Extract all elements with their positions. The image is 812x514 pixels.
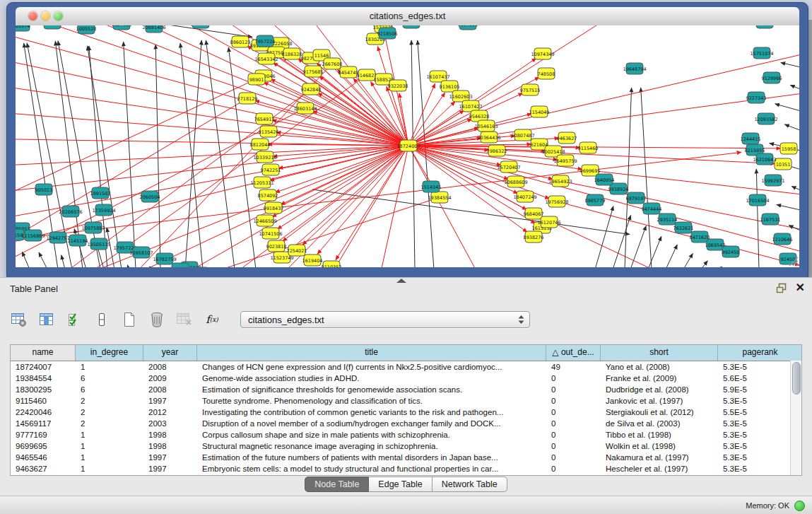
graph-node[interactable]: 9322038 xyxy=(388,80,408,91)
graph-node[interactable]: 9684067 xyxy=(524,208,544,219)
column-header-out_degree[interactable]: △ out_de... xyxy=(546,345,601,361)
graph-node[interactable]: 9918437 xyxy=(264,202,284,214)
graph-node[interactable]: 9218506 xyxy=(377,28,398,39)
graph-node[interactable]: 10958107 xyxy=(129,247,153,258)
table-row[interactable]: 1830029562008Estimation of significance … xyxy=(11,384,801,395)
graph-node[interactable]: 8186328 xyxy=(282,48,302,59)
graph-node[interactable]: 2667608 xyxy=(322,58,343,69)
graph-node[interactable]: 1954603 xyxy=(458,25,478,30)
column-header-year[interactable]: year xyxy=(143,345,197,361)
graph-node[interactable]: 20364436 xyxy=(477,132,500,143)
scrollbar-thumb[interactable] xyxy=(792,362,801,395)
graph-node[interactable]: 1640954 xyxy=(594,174,615,185)
graph-node[interactable]: 12093582 xyxy=(754,113,777,124)
column-header-title[interactable]: title xyxy=(197,345,546,361)
graph-node[interactable]: 8812044 xyxy=(250,139,271,150)
graph-node[interactable]: 9135426 xyxy=(259,126,279,137)
graph-node[interactable]: 9757515 xyxy=(520,84,541,95)
graph-node[interactable]: 7632621 xyxy=(673,222,694,233)
graph-node[interactable]: 20691406 xyxy=(142,25,165,33)
graph-node[interactable]: 7986322 xyxy=(487,145,507,156)
graph-node[interactable]: 17016504 xyxy=(746,194,769,206)
float-window-icon[interactable] xyxy=(776,283,787,293)
table-vertical-scrollbar[interactable] xyxy=(790,361,801,475)
graph-node[interactable]: 10546163 xyxy=(474,120,498,132)
graph-node[interactable]: 18724007 xyxy=(396,140,420,151)
column-header-in_degree[interactable]: in_degree xyxy=(76,345,143,361)
graph-node[interactable]: 1244415 xyxy=(741,133,761,144)
delete-table-icon[interactable] xyxy=(175,310,194,329)
function-builder-icon[interactable]: f(x) xyxy=(203,310,221,329)
graph-node[interactable]: 992450 xyxy=(722,246,740,257)
table-selector-dropdown[interactable]: citations_edges.txt xyxy=(240,311,530,328)
table-row[interactable]: 1872400712008Changes of HCN gene express… xyxy=(11,361,801,373)
graph-node[interactable]: 1154049 xyxy=(529,106,550,117)
new-table-icon[interactable] xyxy=(120,310,139,329)
graph-node[interactable]: 8813054 xyxy=(401,25,422,28)
row-select-icon[interactable] xyxy=(65,310,83,329)
graph-node[interactable]: 19384554 xyxy=(428,192,451,203)
graph-node[interactable]: 2935114 xyxy=(657,214,678,225)
graph-node[interactable]: 15992971 xyxy=(761,175,784,186)
graph-node[interactable]: 1005528 xyxy=(76,25,97,34)
graph-node[interactable]: 10807487 xyxy=(511,129,534,141)
row-height-icon[interactable] xyxy=(93,310,111,329)
tab-edge-table[interactable]: Edge Table xyxy=(369,477,432,492)
graph-node[interactable]: 15958 xyxy=(780,143,797,154)
graph-node[interactable]: 12466509 xyxy=(253,215,276,226)
column-header-short[interactable]: short xyxy=(601,345,718,361)
graph-node[interactable]: 9129966 xyxy=(762,72,782,83)
graph-node[interactable]: 6879197 xyxy=(626,192,647,204)
splitter-collapse-icon[interactable] xyxy=(396,279,406,283)
graph-node[interactable]: 8110352 xyxy=(322,261,342,267)
graph-node[interactable]: 9227343 xyxy=(746,92,767,103)
graph-node[interactable]: 11156869 xyxy=(21,230,45,241)
graph-node[interactable]: 9474444 xyxy=(642,203,662,214)
tab-network-table[interactable]: Network Table xyxy=(433,477,507,492)
resize-grip-icon[interactable] xyxy=(787,255,799,267)
graph-node[interactable]: 16210643 xyxy=(753,153,776,165)
table-row[interactable]: 946362711997Embryonic stem cells: a mode… xyxy=(11,463,801,474)
graph-node[interactable]: 1891503 xyxy=(90,187,111,199)
graph-node[interactable]: 2718129 xyxy=(237,93,258,104)
graph-node[interactable]: 15751074 xyxy=(750,47,773,59)
graph-node[interactable]: 1619404 xyxy=(302,255,323,266)
graph-node[interactable]: 8985779 xyxy=(585,194,606,206)
graph-node[interactable]: 19654923 xyxy=(548,175,572,187)
graph-node[interactable]: 10688609 xyxy=(504,176,527,187)
graph-node[interactable]: 7654913 xyxy=(254,113,275,124)
graph-node[interactable]: 905013 xyxy=(35,184,53,195)
graph-node[interactable]: 8860123 xyxy=(230,36,251,47)
graph-node[interactable]: 10975887 xyxy=(81,222,105,233)
graph-node[interactable]: 98901 xyxy=(248,74,265,85)
graph-node[interactable]: 16543342 xyxy=(254,53,278,64)
graph-node[interactable]: 748508 xyxy=(538,68,555,79)
graph-node[interactable]: 16782759 xyxy=(153,253,176,264)
network-canvas[interactable]: 1872400788601238912954182260589827507818… xyxy=(16,25,799,267)
graph-node[interactable]: 18603144 xyxy=(293,103,317,114)
graph-node[interactable]: 11172 xyxy=(756,25,773,28)
delete-entries-icon[interactable] xyxy=(148,310,166,329)
graph-node[interactable]: 19756928 xyxy=(545,196,568,207)
window-titlebar[interactable]: citations_edges.txt xyxy=(16,7,799,26)
graph-node[interactable]: 1167531 xyxy=(760,214,781,225)
graph-node[interactable]: 9242848 xyxy=(301,83,322,95)
graph-node[interactable]: 1913649 xyxy=(191,25,211,28)
graph-node[interactable]: 9023818 xyxy=(266,240,287,252)
graph-node[interactable]: 2055317 xyxy=(42,25,63,29)
close-panel-icon[interactable]: ✕ xyxy=(796,282,805,293)
graph-node[interactable]: 1527602 xyxy=(112,25,132,30)
graph-node[interactable]: 20206576 xyxy=(59,206,82,217)
graph-node[interactable]: 7957224 xyxy=(255,35,276,47)
column-header-pagerank[interactable]: pagerank xyxy=(718,345,802,361)
graph-node[interactable]: 19648794 xyxy=(623,63,646,74)
graph-node[interactable]: 1210646 xyxy=(772,233,793,245)
table-settings-icon[interactable] xyxy=(10,310,28,329)
graph-node[interactable]: 9115460 xyxy=(578,142,599,153)
table-row[interactable]: 1456911722003Disruption of a novel membe… xyxy=(11,418,801,429)
graph-node[interactable]: 16120746 xyxy=(537,216,560,228)
graph-node[interactable]: 12942757 xyxy=(46,232,69,243)
graph-node[interactable]: 10741506 xyxy=(259,228,282,239)
graph-node[interactable]: 9463627 xyxy=(557,132,577,144)
graph-node[interactable]: 7254021 xyxy=(287,245,307,256)
